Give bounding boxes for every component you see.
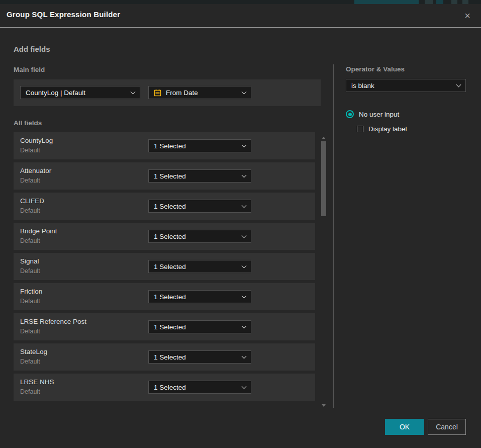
field-selected-dropdown[interactable]: 1 Selected — [148, 260, 251, 273]
chevron-down-icon — [242, 233, 247, 238]
close-icon[interactable]: × — [461, 9, 474, 22]
field-selected-value: 1 Selected — [154, 172, 238, 180]
field-selected-dropdown[interactable]: 1 Selected — [148, 350, 251, 364]
chevron-down-icon — [242, 263, 247, 268]
operator-select[interactable]: is blank — [346, 79, 466, 92]
field-name: Signal — [20, 257, 39, 265]
field-selected-value: 1 Selected — [154, 353, 238, 361]
field-name: Bridge Point — [20, 227, 57, 235]
main-field-date-value: From Date — [166, 89, 238, 97]
ok-button[interactable]: OK — [385, 419, 424, 435]
field-name: Friction — [20, 288, 42, 295]
field-row-signal: Signal Default 1 Selected — [14, 253, 315, 280]
titlebar-divider — [0, 27, 481, 28]
field-selected-value: 1 Selected — [154, 203, 238, 210]
field-selected-dropdown[interactable]: 1 Selected — [148, 230, 251, 243]
chevron-down-icon — [242, 89, 247, 94]
operator-values-heading: Operator & Values — [346, 65, 405, 73]
display-label-checkbox[interactable]: Display label — [357, 125, 407, 133]
main-field-label: Main field — [14, 66, 45, 73]
chevron-down-icon — [242, 172, 247, 177]
field-selected-value: 1 Selected — [154, 233, 238, 240]
panel-divider — [333, 64, 334, 408]
no-user-input-radio[interactable]: No user input — [346, 110, 399, 118]
field-selected-dropdown[interactable]: 1 Selected — [148, 381, 251, 394]
scroll-up-icon[interactable] — [322, 137, 326, 139]
field-selected-dropdown[interactable]: 1 Selected — [148, 200, 251, 213]
operator-select-value: is blank — [351, 82, 453, 89]
main-field-select[interactable]: CountyLog | Default — [20, 86, 140, 99]
field-sublabel: Default — [20, 298, 40, 305]
group-sql-expression-builder-dialog: Group SQL Expression Builder × Add field… — [0, 4, 481, 448]
field-selected-dropdown[interactable]: 1 Selected — [148, 290, 251, 303]
checkbox-label: Display label — [368, 125, 407, 133]
field-name: StateLog — [20, 348, 47, 355]
chevron-down-icon — [242, 353, 247, 359]
chevron-down-icon — [131, 89, 136, 94]
chevron-down-icon — [456, 82, 461, 87]
field-selected-value: 1 Selected — [154, 293, 238, 301]
field-row-attenuator: Attenuator Default 1 Selected — [14, 162, 315, 190]
dialog-titlebar: Group SQL Expression Builder × — [0, 4, 481, 27]
field-name: CLIFED — [20, 197, 44, 205]
field-name: Attenuator — [20, 167, 51, 174]
chevron-down-icon — [242, 293, 247, 298]
field-name: LRSE NHS — [20, 378, 54, 386]
field-row-lrse-nhs: LRSE NHS Default 1 Selected — [14, 374, 315, 401]
scrollbar-thumb[interactable] — [321, 141, 326, 216]
scroll-down-icon[interactable] — [322, 404, 326, 407]
field-sublabel: Default — [20, 267, 40, 275]
field-row-friction: Friction Default 1 Selected — [14, 283, 315, 310]
field-sublabel: Default — [20, 177, 40, 184]
chevron-down-icon — [242, 203, 247, 208]
screen: Group SQL Expression Builder × Add field… — [0, 0, 481, 448]
field-sublabel: Default — [20, 358, 40, 365]
field-selected-dropdown[interactable]: 1 Selected — [148, 320, 251, 333]
field-selected-value: 1 Selected — [154, 263, 238, 271]
main-field-panel: CountyLog | Default From Date — [14, 79, 321, 106]
radio-label: No user input — [359, 111, 399, 118]
field-sublabel: Default — [20, 147, 40, 154]
field-row-bridge-point: Bridge Point Default 1 Selected — [14, 223, 315, 250]
background-teal-fragment — [425, 0, 433, 4]
chevron-down-icon — [242, 142, 247, 147]
checkbox-unchecked-icon — [357, 126, 363, 132]
background-app-strip — [0, 0, 481, 4]
field-sublabel: Default — [20, 328, 40, 335]
main-field-date-select[interactable]: From Date — [148, 86, 251, 99]
field-selected-value: 1 Selected — [154, 323, 238, 331]
field-selected-value: 1 Selected — [154, 142, 238, 150]
add-fields-heading: Add fields — [14, 45, 50, 53]
dialog-title: Group SQL Expression Builder — [7, 10, 120, 19]
field-name: LRSE Reference Post — [20, 318, 86, 325]
radio-dot — [348, 113, 352, 116]
field-sublabel: Default — [20, 207, 40, 214]
field-row-clifed: CLIFED Default 1 Selected — [14, 193, 315, 220]
all-fields-label: All fields — [14, 119, 42, 127]
background-teal-fragment — [354, 0, 419, 4]
field-sublabel: Default — [20, 237, 40, 244]
list-scrollbar[interactable] — [321, 136, 327, 408]
background-teal-fragment — [436, 0, 443, 4]
calendar-icon — [154, 89, 161, 97]
field-row-countylog: CountyLog Default 1 Selected — [14, 132, 315, 159]
field-sublabel: Default — [20, 388, 40, 395]
field-selected-dropdown[interactable]: 1 Selected — [148, 139, 251, 152]
field-name: CountyLog — [20, 137, 53, 144]
background-teal-fragment — [462, 0, 468, 4]
chevron-down-icon — [242, 323, 247, 328]
chevron-down-icon — [242, 384, 247, 389]
background-teal-fragment — [451, 0, 457, 4]
field-row-lrse-reference-post: LRSE Reference Post Default 1 Selected — [14, 313, 315, 340]
radio-selected-icon — [346, 110, 354, 118]
cancel-button[interactable]: Cancel — [428, 419, 466, 435]
field-selected-value: 1 Selected — [154, 384, 238, 391]
main-field-select-value: CountyLog | Default — [26, 89, 127, 97]
field-row-statelog: StateLog Default 1 Selected — [14, 343, 315, 371]
field-selected-dropdown[interactable]: 1 Selected — [148, 169, 251, 183]
